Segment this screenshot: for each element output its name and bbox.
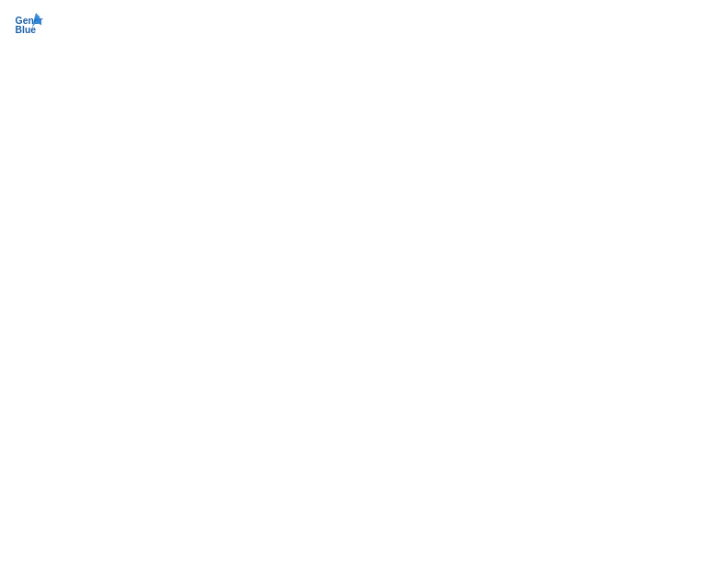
page-header: General Blue	[9, 9, 719, 39]
svg-text:Blue: Blue	[16, 25, 37, 35]
logo-icon: General Blue	[14, 9, 43, 39]
logo: General Blue	[14, 9, 49, 39]
